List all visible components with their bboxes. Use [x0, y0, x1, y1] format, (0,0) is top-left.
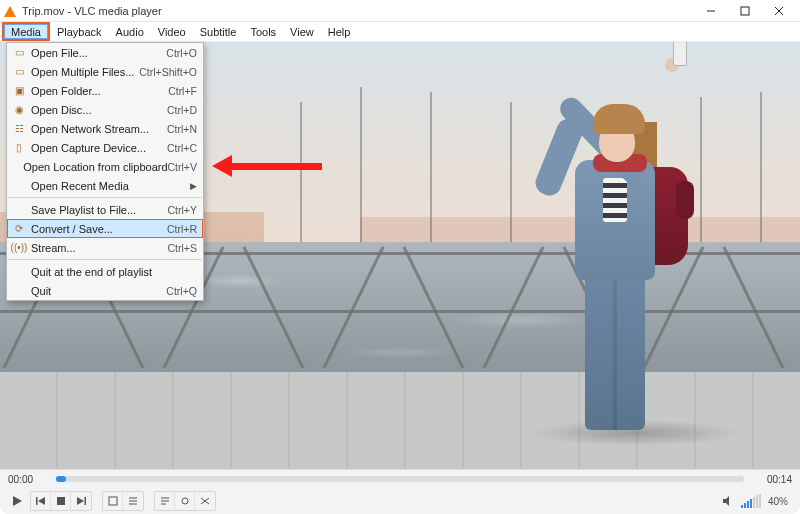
menu-quit-end[interactable]: Quit at the end of playlist: [7, 262, 203, 281]
maximize-button[interactable]: [728, 0, 762, 22]
shuffle-button[interactable]: [195, 492, 215, 510]
menu-open-clipboard[interactable]: Open Location from clipboardCtrl+V: [7, 157, 203, 176]
menu-audio[interactable]: Audio: [109, 22, 151, 41]
volume-slider[interactable]: [741, 494, 761, 508]
play-button[interactable]: [6, 491, 28, 511]
prev-button[interactable]: [31, 492, 51, 510]
time-current: 00:00: [8, 474, 48, 485]
seek-bar[interactable]: [56, 476, 744, 482]
menu-open-disc[interactable]: ◉Open Disc...Ctrl+D: [7, 100, 203, 119]
ext-settings-button[interactable]: [123, 492, 143, 510]
svg-rect-10: [109, 497, 117, 505]
menu-open-capture[interactable]: ▯Open Capture Device...Ctrl+C: [7, 138, 203, 157]
convert-icon: ⟳: [11, 223, 27, 234]
volume-percent: 40%: [768, 496, 788, 507]
menu-quit[interactable]: QuitCtrl+Q: [7, 281, 203, 300]
submenu-arrow-icon: ▶: [190, 181, 197, 191]
close-button[interactable]: [762, 0, 796, 22]
file-icon: ▭: [11, 47, 27, 58]
svg-marker-8: [77, 497, 84, 505]
menu-subtitle[interactable]: Subtitle: [193, 22, 244, 41]
time-duration: 00:14: [752, 474, 792, 485]
network-icon: ☷: [11, 123, 27, 134]
svg-marker-4: [13, 496, 22, 506]
player-controls: 00:00 00:14 40%: [0, 469, 800, 514]
svg-marker-17: [723, 496, 729, 506]
window-title: Trip.mov - VLC media player: [22, 5, 162, 17]
menu-view[interactable]: View: [283, 22, 321, 41]
mute-button[interactable]: [717, 491, 739, 511]
svg-rect-9: [85, 497, 87, 505]
menu-open-multiple[interactable]: ▭Open Multiple Files...Ctrl+Shift+O: [7, 62, 203, 81]
menu-video[interactable]: Video: [151, 22, 193, 41]
titlebar: Trip.mov - VLC media player: [0, 0, 800, 22]
menu-convert-save[interactable]: ⟳Convert / Save...Ctrl+R: [7, 219, 203, 238]
stop-button[interactable]: [51, 492, 71, 510]
folder-icon: ▣: [11, 85, 27, 96]
annotation-arrow: [212, 157, 322, 175]
menu-open-file[interactable]: ▭Open File...Ctrl+O: [7, 43, 203, 62]
media-dropdown: ▭Open File...Ctrl+O ▭Open Multiple Files…: [6, 42, 204, 301]
menu-playback[interactable]: Playback: [50, 22, 109, 41]
playlist-button[interactable]: [155, 492, 175, 510]
menu-tools[interactable]: Tools: [243, 22, 283, 41]
menu-stream[interactable]: ((•))Stream...Ctrl+S: [7, 238, 203, 257]
next-button[interactable]: [71, 492, 91, 510]
menu-open-recent[interactable]: Open Recent Media▶: [7, 176, 203, 195]
menu-open-folder[interactable]: ▣Open Folder...Ctrl+F: [7, 81, 203, 100]
loop-button[interactable]: [175, 492, 195, 510]
capture-icon: ▯: [11, 142, 27, 153]
menubar: Media Playback Audio Video Subtitle Tool…: [0, 22, 800, 42]
files-icon: ▭: [11, 66, 27, 77]
video-frame-person: [545, 50, 695, 430]
menu-media[interactable]: Media: [4, 24, 48, 39]
minimize-button[interactable]: [694, 0, 728, 22]
svg-rect-6: [36, 497, 38, 505]
svg-marker-5: [38, 497, 45, 505]
svg-rect-7: [57, 497, 65, 505]
highlight-media-menu: Media: [2, 22, 50, 41]
menu-open-network[interactable]: ☷Open Network Stream...Ctrl+N: [7, 119, 203, 138]
vlc-cone-icon: [4, 5, 16, 17]
fullscreen-button[interactable]: [103, 492, 123, 510]
menu-help[interactable]: Help: [321, 22, 358, 41]
menu-save-playlist[interactable]: Save Playlist to File...Ctrl+Y: [7, 200, 203, 219]
disc-icon: ◉: [11, 104, 27, 115]
svg-rect-1: [741, 7, 749, 15]
stream-icon: ((•)): [11, 242, 27, 253]
